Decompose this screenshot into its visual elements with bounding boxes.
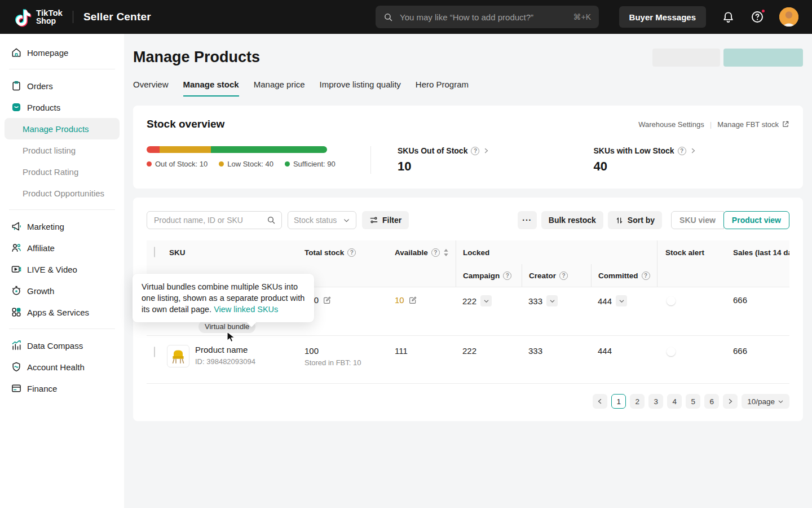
view-linked-skus-link[interactable]: View linked SKUs — [214, 305, 278, 314]
page-button-3[interactable]: 3 — [648, 394, 663, 409]
chevron-right-icon — [727, 398, 734, 405]
manage-fbt-stock-link[interactable]: Manage FBT stock — [717, 120, 789, 129]
sidebar-item-data-compass[interactable]: Data Compass — [0, 335, 124, 356]
legend-dot-low-stock — [219, 161, 224, 167]
next-page-button[interactable] — [723, 394, 738, 409]
sidebar-item-product-rating[interactable]: Product Rating — [5, 161, 120, 182]
info-icon[interactable] — [559, 271, 568, 280]
sort-by-button[interactable]: Sort by — [608, 211, 662, 229]
filter-icon — [369, 216, 378, 225]
product-view-button[interactable]: Product view — [723, 211, 789, 229]
tiktok-note-icon — [14, 6, 33, 28]
header-actions — [652, 49, 803, 67]
edit-icon[interactable] — [323, 296, 332, 305]
tab-manage-price[interactable]: Manage price — [254, 80, 305, 97]
page-tabs: Overview Manage stock Manage price Impro… — [133, 80, 803, 97]
tab-hero-program[interactable]: Hero Program — [416, 80, 469, 97]
main-content: Manage Products Overview Manage stock Ma… — [124, 34, 812, 508]
chevron-right-icon — [690, 147, 696, 154]
warehouse-settings-link[interactable]: Warehouse Settings — [638, 120, 704, 129]
header-primary-button-placeholder[interactable] — [723, 49, 803, 67]
table-row-product: Product name ID: 398482093094 100 Stored… — [147, 336, 789, 384]
view-toggle: SKU view Product view — [671, 211, 789, 229]
divider — [9, 329, 115, 329]
sidebar-item-affiliate[interactable]: Affiliate — [0, 237, 124, 259]
page-button-1[interactable]: 1 — [611, 394, 626, 409]
buyer-messages-button[interactable]: Buyer Messages — [619, 6, 706, 28]
product-search-input[interactable] — [153, 215, 267, 225]
info-icon[interactable] — [471, 147, 479, 155]
bar-segment-low-stock — [160, 146, 211, 153]
sidebar-item-marketing[interactable]: Marketing — [0, 216, 124, 237]
info-icon[interactable] — [642, 271, 650, 280]
filter-button[interactable]: Filter — [362, 211, 409, 229]
product-name: Seller Center — [83, 11, 151, 23]
sidebar-item-product-opportunities[interactable]: Product Opportunities — [5, 182, 120, 204]
search-shortcut: ⌘+K — [573, 12, 591, 21]
expand-campaign-button[interactable] — [480, 295, 492, 306]
column-sort-icon[interactable] — [443, 249, 449, 256]
stat-skus-out-of-stock[interactable]: SKUs Out of Stock 10 — [398, 146, 594, 174]
page-button-5[interactable]: 5 — [686, 394, 700, 409]
sidebar-item-growth[interactable]: Growth — [0, 280, 124, 301]
tab-overview[interactable]: Overview — [133, 80, 169, 97]
sidebar-item-product-listing[interactable]: Product listing — [5, 139, 120, 161]
select-all-checkbox[interactable] — [154, 247, 155, 257]
page-button-6[interactable]: 6 — [704, 394, 719, 409]
global-search[interactable]: ⌘+K — [376, 6, 599, 28]
product-thumbnail — [167, 345, 189, 367]
stock-overview-title: Stock overview — [147, 118, 224, 130]
page-button-2[interactable]: 2 — [630, 394, 645, 409]
sidebar-item-manage-products[interactable]: Manage Products — [5, 118, 120, 139]
megaphone-icon — [11, 221, 22, 232]
global-search-input[interactable] — [399, 12, 573, 23]
growth-timer-icon — [11, 285, 22, 296]
notifications-bell-icon[interactable] — [721, 10, 735, 24]
stat-skus-low-stock[interactable]: SKUs with Low Stock 40 — [593, 146, 789, 174]
finance-card-icon — [11, 383, 22, 394]
sidebar-item-apps-services[interactable]: Apps & Services — [0, 301, 124, 323]
info-icon[interactable] — [503, 271, 511, 280]
virtual-bundle-tooltip: Virtual bundles combine multiple SKUs in… — [133, 274, 314, 322]
video-icon — [11, 264, 22, 275]
stock-distribution-bar: Out of Stock: 10 Low Stock: 40 Sufficien… — [147, 146, 327, 174]
more-actions-button[interactable]: ··· — [518, 211, 537, 229]
sidebar-item-finance[interactable]: Finance — [0, 378, 124, 399]
sidebar-item-products[interactable]: Products — [0, 97, 124, 118]
notification-dot — [761, 8, 766, 14]
chevron-right-icon — [483, 147, 489, 154]
orders-icon — [11, 80, 22, 91]
bulk-restock-button[interactable]: Bulk restock — [541, 211, 603, 229]
info-icon[interactable] — [431, 248, 440, 257]
affiliate-people-icon — [11, 242, 22, 253]
bar-chart-icon — [11, 340, 22, 351]
sidebar-item-live-video[interactable]: LIVE & Video — [0, 259, 124, 280]
row-checkbox[interactable] — [154, 347, 155, 357]
expand-creator-button[interactable] — [546, 295, 558, 306]
info-icon[interactable] — [678, 147, 686, 155]
expand-committed-button[interactable] — [616, 295, 627, 306]
sku-view-button[interactable]: SKU view — [671, 211, 724, 229]
sidebar-item-homepage[interactable]: Homepage — [0, 42, 124, 63]
sidebar: Homepage Orders Products Manage Products… — [0, 34, 124, 508]
page-button-4[interactable]: 4 — [667, 394, 682, 409]
tab-manage-stock[interactable]: Manage stock — [183, 80, 239, 97]
sidebar-item-account-health[interactable]: Account Health — [0, 356, 124, 378]
avatar[interactable] — [779, 7, 798, 27]
sort-icon — [615, 216, 624, 225]
prev-page-button[interactable] — [593, 394, 607, 409]
chevron-down-icon — [778, 398, 784, 405]
edit-icon[interactable] — [408, 296, 417, 305]
stock-status-select[interactable]: Stock status — [288, 211, 356, 229]
info-icon[interactable] — [347, 248, 356, 257]
product-search-box[interactable] — [147, 211, 282, 229]
help-icon[interactable] — [750, 10, 765, 24]
tab-improve-listing-quality[interactable]: Improve listing quality — [320, 80, 401, 97]
header-secondary-button-placeholder[interactable] — [652, 49, 720, 67]
sidebar-item-orders[interactable]: Orders — [0, 75, 124, 97]
tiktok-shop-logo[interactable]: TikTok Shop — [14, 6, 63, 28]
product-name[interactable]: Product name — [195, 345, 255, 354]
logo-wordmark: TikTok Shop — [36, 8, 63, 25]
stock-legend: Out of Stock: 10 Low Stock: 40 Sufficien… — [147, 160, 327, 168]
page-size-select[interactable]: 10/page — [742, 394, 789, 409]
